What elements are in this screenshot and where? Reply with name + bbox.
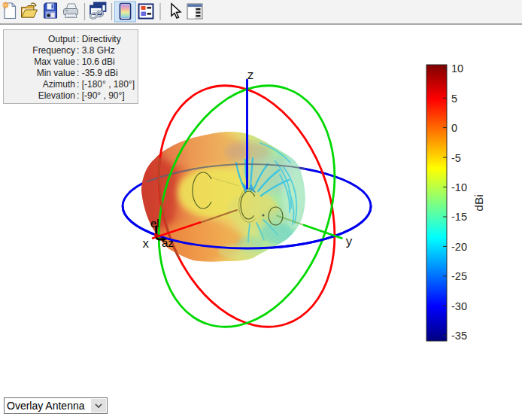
svg-text:-35: -35 [451,330,467,342]
svg-text:-15: -15 [451,211,467,223]
svg-text:z: z [247,68,254,82]
svg-text:el: el [150,217,159,230]
svg-text:0: 0 [451,122,457,134]
svg-text:5: 5 [451,93,457,105]
svg-text:-10: -10 [451,181,467,193]
svg-text:10: 10 [451,62,463,75]
svg-text:y: y [346,234,353,248]
svg-text:dBi: dBi [472,194,485,211]
svg-text:-30: -30 [451,300,467,312]
svg-text:-20: -20 [451,241,467,253]
svg-text:-5: -5 [451,152,461,164]
svg-text:-25: -25 [451,270,467,282]
svg-text:az: az [162,236,174,249]
svg-text:x: x [143,236,150,251]
